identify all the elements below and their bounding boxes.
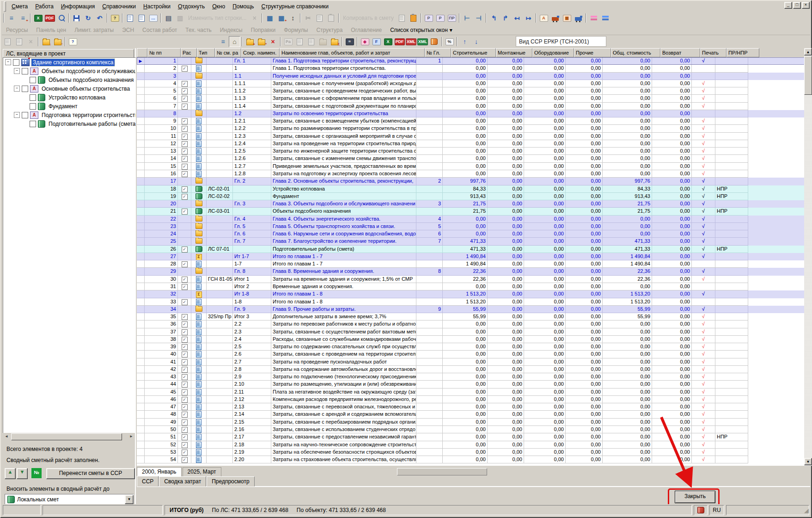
tree-checkbox[interactable] — [22, 86, 28, 92]
calc-checkbox[interactable]: ✓ — [182, 321, 188, 327]
folder-gray-icon[interactable] — [317, 36, 329, 47]
estimates-stack-pink-icon[interactable] — [588, 12, 599, 24]
table-row[interactable]: 25Гл. 7Глава 7. Благоустройство и озелен… — [137, 238, 812, 245]
change-row-type-icon[interactable]: ▥ — [174, 12, 186, 24]
scrollbar-thumb[interactable] — [804, 56, 812, 95]
table-row[interactable]: 7✓1.1.4Затраты, связанные с подготовкой … — [137, 103, 812, 110]
view-tab-3[interactable]: Предпросмотр — [207, 476, 254, 487]
calc-checkbox[interactable]: ✓ — [182, 134, 188, 140]
export-folder-icon[interactable]: ↑ — [52, 36, 63, 47]
calc-checkbox[interactable]: ✓ — [182, 104, 188, 110]
table-row[interactable]: ▶1Гл. 1Глава 1. Подготовка территории ст… — [137, 57, 812, 65]
resources-icon[interactable]: Р — [423, 12, 434, 24]
calc-checkbox[interactable]: ✓ — [182, 148, 188, 154]
resources-p-icon[interactable]: P — [434, 12, 446, 24]
menu-item-6[interactable]: Отдохнуть — [174, 2, 208, 11]
calc-checkbox[interactable]: ✓ — [182, 299, 188, 305]
copy-to-estimate-button[interactable]: Копировать в смету — [341, 12, 396, 24]
period-tab-2[interactable]: 2025, Март — [183, 467, 221, 476]
table-row[interactable]: 42✓2.8Затраты на содержание автомобильны… — [137, 366, 812, 373]
new-item-icon[interactable]: * — [256, 36, 267, 47]
calc-checkbox[interactable]: ✓ — [182, 404, 188, 410]
doc-export-icon[interactable] — [305, 36, 317, 47]
table-row[interactable]: 20Гл. 3Глава 3. Объекты подсобного и обс… — [137, 200, 812, 208]
table-row[interactable]: 11✓1.2.3Затраты, связанные с организацие… — [137, 133, 812, 140]
panel-tab-6[interactable]: Тех. часть — [181, 25, 215, 35]
table-row[interactable]: 31✓Итог 2Временные здания и сооружения.0… — [137, 283, 812, 290]
calc-checkbox[interactable]: ✓ — [182, 434, 188, 440]
column-header-8[interactable]: № Гл. — [425, 48, 451, 57]
calc-checkbox[interactable]: ✓ — [182, 344, 188, 350]
table-row[interactable]: 23Гл. 5Глава 5. Объекты транспортного хо… — [137, 223, 812, 230]
table-row[interactable]: 50✓2.16Затраты, связанные с использовани… — [137, 426, 812, 433]
table-row[interactable]: 52✓2.18Затраты на научно-техническое соп… — [137, 441, 812, 449]
calc-checkbox[interactable]: ✓ — [182, 389, 188, 395]
tree-item[interactable]: −АОсновные объекты строительства — [3, 84, 135, 93]
table-row[interactable]: 48✓2.14Затраты, связанные с арендой и со… — [137, 411, 812, 418]
grid-horizontal-scrollbar-thumb[interactable] — [397, 468, 487, 475]
move-down-icon[interactable]: ↓ — [470, 36, 482, 47]
column-header-2[interactable]: № пп — [147, 48, 181, 57]
table-row[interactable]: 26✓ЛС 07-01Подготовительные работы (смет… — [137, 246, 812, 253]
table-row[interactable]: 51✓2.17Затраты, связанные с предоставлен… — [137, 433, 812, 441]
calc-checkbox[interactable]: ✓ — [182, 352, 188, 358]
calc-checkbox[interactable]: ✓ — [182, 367, 188, 373]
calc-checkbox[interactable]: ✓ — [182, 96, 188, 102]
tree-item[interactable]: −АПодготовка территории строительства — [3, 111, 135, 119]
search-icon[interactable] — [55, 12, 67, 24]
table-row[interactable]: 9✓1.2.1Затраты, связанные с возмещением … — [137, 117, 812, 125]
change-row-type-button[interactable]: Изменить тип строки... — [186, 12, 249, 24]
minimize-button[interactable]: _ — [784, 2, 792, 9]
print-settings-icon[interactable]: ▤ — [163, 12, 174, 24]
table-row[interactable]: 38✓2.4Расходы, связанные со служебными к… — [137, 336, 812, 343]
group-rows-icon[interactable]: ⊢ — [461, 12, 473, 24]
panel-tab-10[interactable]: Структура — [312, 25, 347, 35]
table-row[interactable]: 4✓1.1.1Затраты, связанные с получением (… — [137, 80, 812, 87]
table-row[interactable]: 31.1Получение исходных данных и условий … — [137, 73, 812, 80]
calc-checkbox[interactable]: ✓ — [182, 88, 188, 94]
menu-item-1[interactable]: Смета — [8, 2, 31, 11]
panel-tab-5[interactable]: Состав работ — [138, 25, 181, 35]
calc-checkbox[interactable]: ✓ — [182, 427, 188, 433]
calc-checkbox[interactable]: ✓ — [182, 164, 188, 170]
doc-properties-alt-icon[interactable] — [136, 12, 147, 24]
doc-list-icon[interactable] — [294, 36, 305, 47]
calc-checkbox[interactable]: ✓ — [182, 141, 188, 147]
scroll-left-icon[interactable]: ◄ — [3, 433, 10, 440]
tree-item[interactable]: Подготовительные работы (смета) — [3, 119, 135, 128]
column-header-14[interactable]: Возврат — [660, 48, 700, 57]
table-row[interactable]: 45✓2.11Плата за негативное воздействие н… — [137, 388, 812, 396]
percent-doc-icon[interactable]: % — [444, 36, 455, 47]
scroll-right-icon[interactable]: ► — [128, 433, 135, 440]
panel-tab-open-windows[interactable]: Список открытых окон▾ — [386, 25, 457, 35]
table-row[interactable]: 22Гл. 4Глава 4. Объекты энергетического … — [137, 216, 812, 223]
table-row[interactable]: 49✓2.15Затраты, связанные с перебазирова… — [137, 419, 812, 426]
tree-checkbox[interactable] — [22, 112, 28, 118]
tree-item[interactable]: Объекты подсобного назначения — [3, 75, 135, 84]
calc-checkbox[interactable]: ✓ — [182, 284, 188, 290]
column-header-12[interactable]: Прочие — [574, 48, 611, 57]
menu-item-9[interactable]: Структурные справочники — [258, 2, 333, 11]
move-item-down-button[interactable]: ▼ — [17, 468, 28, 479]
table-row[interactable]: 6✓1.1.3Затраты, связанные с оформлением … — [137, 95, 812, 102]
calc-checkbox[interactable]: ✓ — [182, 81, 188, 87]
table-row[interactable]: 17Гл. 2Глава 2. Основные объекты строите… — [137, 178, 812, 185]
import-folder-icon[interactable]: ↓ — [40, 36, 52, 47]
calc-checkbox[interactable]: ✓ — [182, 118, 188, 124]
pdf-icon[interactable]: PDF — [394, 36, 405, 47]
help-icon[interactable]: ? — [67, 36, 79, 47]
move-item-up-button[interactable]: ▲ — [5, 468, 16, 479]
comment-icon[interactable]: … — [147, 12, 159, 24]
tree-item[interactable]: −АОбъекты подсобного и обслуживающего на… — [3, 67, 135, 75]
table-row[interactable]: 32ΣИт 1-8Итого по главам 1 - 81 513,200,… — [137, 290, 812, 298]
table-row[interactable]: 28✓1-7Итого по главам 1 - 71 490,840,000… — [137, 260, 812, 268]
excel-export-icon[interactable]: X — [32, 12, 44, 24]
delivery-truck-icon[interactable] — [549, 12, 561, 24]
delete-doc-icon[interactable]: × — [25, 36, 37, 47]
unlock-icon[interactable]: ? — [109, 12, 121, 24]
tree-checkbox[interactable] — [30, 94, 36, 101]
view-tab-1[interactable]: ССР — [137, 476, 159, 487]
calc-checkbox[interactable]: ✓ — [182, 209, 188, 215]
calc-checkbox[interactable]: ✓ — [182, 314, 188, 320]
panel-tab-1[interactable]: Ресурсы — [2, 25, 32, 35]
